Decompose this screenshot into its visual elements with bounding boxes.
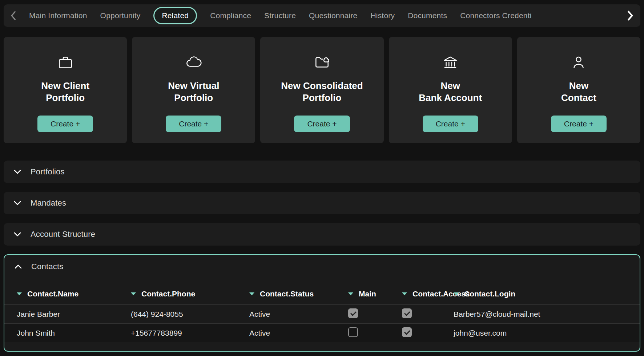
chevron-down-icon	[14, 170, 21, 174]
create-bank-account-button[interactable]: Create +	[423, 116, 478, 132]
cell-contact-access	[402, 327, 454, 339]
section-contacts-header[interactable]: Contacts	[4, 255, 640, 278]
create-virtual-portfolio-button[interactable]: Create +	[166, 116, 221, 132]
column-header-contact-name: Contact.Name	[17, 290, 131, 298]
cell-contact-name: John Smith	[17, 329, 131, 337]
filter-chevron-icon[interactable]	[249, 292, 254, 295]
cell-contact-name: Janie Barber	[17, 310, 131, 319]
tab-bar: Main Information Opportunity Related Com…	[4, 4, 640, 27]
cell-contact-phone: +15677783899	[131, 329, 249, 337]
cell-contact-status: Active	[249, 329, 348, 337]
cloud-icon	[185, 53, 203, 72]
card-title: New Bank Account	[419, 80, 482, 104]
tabs-scroll-right-icon[interactable]	[627, 11, 634, 21]
tab-history[interactable]: History	[370, 8, 395, 23]
card-title: New Consolidated Portfolio	[281, 80, 363, 104]
tab-questionnaire[interactable]: Questionnaire	[309, 8, 357, 23]
person-icon	[569, 53, 588, 72]
column-header-contact-phone: Contact.Phone	[131, 290, 249, 298]
section-account-structure[interactable]: Account Structure	[4, 223, 640, 246]
cell-main	[348, 308, 402, 320]
bank-icon	[441, 53, 459, 72]
card-new-contact: New Contact Create +	[517, 37, 640, 143]
tab-opportunity[interactable]: Opportunity	[100, 8, 141, 23]
create-consolidated-portfolio-button[interactable]: Create +	[294, 116, 350, 132]
filter-chevron-icon[interactable]	[402, 292, 407, 295]
cell-contact-access	[402, 308, 454, 320]
column-label: Contact.Login	[464, 290, 515, 298]
create-contact-button[interactable]: Create +	[551, 116, 607, 132]
card-new-client-portfolio: New Client Portfolio Create +	[4, 37, 127, 143]
access-checkbox[interactable]	[402, 308, 412, 318]
create-cards-row: New Client Portfolio Create + New Virtua…	[4, 37, 640, 143]
section-label: Contacts	[31, 262, 63, 271]
contacts-table-header: Contact.Name Contact.Phone Contact.Statu…	[4, 283, 640, 304]
filter-chevron-icon[interactable]	[131, 292, 136, 295]
card-title: New Virtual Portfolio	[168, 80, 219, 104]
cell-contact-status: Active	[249, 310, 348, 319]
card-new-virtual-portfolio: New Virtual Portfolio Create +	[132, 37, 255, 143]
access-checkbox[interactable]	[402, 327, 412, 337]
main-checkbox[interactable]	[348, 327, 358, 337]
tab-related[interactable]: Related	[153, 7, 197, 24]
column-header-contact-status: Contact.Status	[249, 290, 348, 298]
card-new-consolidated-portfolio: New Consolidated Portfolio Create +	[260, 37, 383, 143]
column-header-contact-access: Contact.Access	[402, 290, 454, 298]
section-mandates[interactable]: Mandates	[4, 192, 640, 214]
section-label: Portfolios	[31, 167, 65, 177]
table-row[interactable]: John Smith +15677783899 Active john@user…	[4, 323, 640, 342]
section-contacts: Contacts Contact.Name Contact.Phone Cont…	[4, 254, 640, 352]
cell-main	[348, 327, 402, 339]
related-page: Main Information Opportunity Related Com…	[0, 0, 644, 356]
column-label: Contact.Name	[27, 290, 79, 298]
cell-contact-login: Barber57@cloud-mail.net	[454, 310, 632, 319]
briefcase-icon	[56, 53, 75, 72]
chevron-up-icon	[15, 264, 22, 269]
cell-contact-phone: (644) 924-8055	[131, 310, 249, 319]
column-label: Contact.Phone	[141, 290, 195, 298]
main-checkbox[interactable]	[348, 308, 358, 318]
filter-chevron-icon[interactable]	[454, 292, 459, 295]
filter-chevron-icon[interactable]	[17, 292, 22, 295]
column-label: Main	[359, 290, 376, 298]
card-title: New Contact	[561, 80, 596, 104]
table-row[interactable]: Janie Barber (644) 924-8055 Active Barbe…	[4, 304, 640, 323]
column-header-main: Main	[348, 290, 402, 298]
tab-main-information[interactable]: Main Information	[29, 8, 87, 23]
column-header-contact-login: Contact.Login	[454, 290, 632, 298]
folder-cloud-icon	[313, 53, 331, 72]
section-label: Account Structure	[31, 230, 95, 239]
filter-chevron-icon[interactable]	[348, 292, 353, 295]
cell-contact-login: john@user.com	[454, 329, 632, 337]
card-new-bank-account: New Bank Account Create +	[389, 37, 512, 143]
tab-compliance[interactable]: Compliance	[210, 8, 251, 23]
chevron-down-icon	[14, 232, 21, 236]
section-label: Mandates	[31, 198, 66, 208]
column-label: Contact.Status	[260, 290, 314, 298]
create-client-portfolio-button[interactable]: Create +	[37, 116, 93, 132]
tabs-scroll-left-icon[interactable]	[10, 11, 16, 20]
contacts-table: Contact.Name Contact.Phone Contact.Statu…	[4, 283, 640, 342]
card-title: New Client Portfolio	[41, 80, 89, 104]
tab-connectors-credentials[interactable]: Connectors Credenti	[460, 8, 531, 23]
tab-structure[interactable]: Structure	[264, 8, 296, 23]
section-portfolios[interactable]: Portfolios	[4, 161, 640, 183]
chevron-down-icon	[14, 201, 21, 205]
tab-documents[interactable]: Documents	[408, 8, 447, 23]
